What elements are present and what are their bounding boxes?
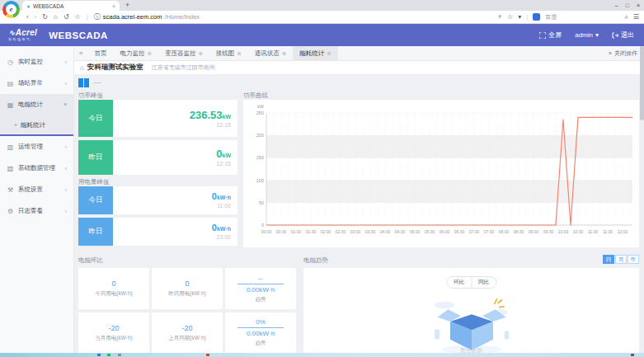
tab-wiring-diagram[interactable]: 接线图⊗	[209, 46, 248, 61]
sidebar-item-realtime-monitoring[interactable]: ◷ 实时监控 ‹	[0, 51, 73, 73]
range-day-button[interactable]: 日	[603, 255, 614, 264]
fullscreen-button[interactable]: 全屏	[539, 31, 562, 40]
tab-power-monitoring[interactable]: 电力监控⊗	[113, 46, 157, 61]
fullscreen-icon	[539, 32, 546, 39]
tab-close-icon[interactable]: ⊗	[237, 50, 241, 57]
tab-communication-status[interactable]: 通讯状态⊗	[248, 46, 293, 61]
sidebar-item-basic-data-management[interactable]: ▧ 基础数据管理 ‹	[0, 157, 73, 179]
taskbar-icon[interactable]	[631, 354, 634, 356]
tab-close-icon[interactable]: ⊗	[147, 50, 151, 57]
station-address: 江苏省无锡市江阴市南闸	[152, 63, 215, 72]
svg-text:08:30: 08:30	[514, 229, 524, 234]
power-peak-title: 功率峰值	[78, 92, 103, 100]
svg-text:03:30: 03:30	[365, 229, 376, 234]
sidebar-item-station-abnormal[interactable]: ▤ 场站异常 ‹	[0, 73, 73, 94]
compare-card-month: -20 当月用电(kW·h)	[78, 312, 149, 353]
taskbar-icon[interactable]	[118, 354, 121, 356]
svg-text:05:00: 05:00	[410, 229, 421, 234]
maximize-button[interactable]: □	[626, 2, 629, 8]
chevron-left-icon: ‹	[65, 166, 67, 171]
divider	[237, 327, 284, 328]
energy-peak-yesterday-card: 昨日 0kW·h 23:00	[78, 218, 237, 246]
history-icon[interactable]: ↺	[63, 13, 69, 21]
database-icon: ▧	[7, 165, 14, 172]
url-field[interactable]: ⓘ scada.acrel-eem.com/Home/Index	[94, 12, 200, 21]
refresh-icon[interactable]: ↻	[42, 13, 48, 21]
power-peak-today-card: 今日 236.53kW 12:15	[78, 100, 237, 137]
tab-close-icon[interactable]: ⊗	[198, 50, 202, 57]
power-peak-today-time: 12:15	[216, 122, 231, 128]
sidebar-item-energy-statistics[interactable]: ▦ 电能统计 ▾	[0, 94, 73, 115]
range-month-button[interactable]: 月	[615, 255, 627, 264]
logout-button[interactable]: 退出	[612, 31, 634, 40]
energy-peak-title: 用电量峰值	[78, 178, 110, 186]
energy-peak-today-value: 0kW·h	[212, 192, 231, 201]
compare-card-today: 0 今日用电(kW·h)	[78, 268, 149, 309]
minimize-button[interactable]: –	[615, 2, 618, 8]
chevron-down-icon[interactable]: ▾	[518, 13, 521, 21]
bookmark-site-icon[interactable]	[533, 13, 540, 21]
divider	[237, 284, 284, 284]
star-icon[interactable]: ☆	[507, 13, 513, 21]
legend-chain-compare[interactable]: 环比	[447, 277, 471, 288]
building-icon: ⌂	[80, 64, 84, 72]
tab-close-icon[interactable]: ⊗	[327, 50, 331, 57]
svg-text:02:00: 02:00	[321, 229, 331, 234]
svg-text:01:30: 01:30	[306, 229, 317, 234]
sidebar-item-system-settings[interactable]: ⚒ 系统设置 ‹	[0, 179, 73, 200]
tabs-collapse-icon[interactable]: «	[74, 49, 87, 57]
range-year-button[interactable]: 年	[628, 255, 639, 264]
browser-tab[interactable]: ∗ WEBSCADA ×	[22, 1, 120, 11]
menu-icon[interactable]: ☰	[633, 13, 639, 21]
taskbar-icon[interactable]	[107, 354, 110, 356]
chevron-down-icon: ▾	[63, 101, 67, 108]
tab-transformer-monitoring[interactable]: 变压器监控⊗	[158, 46, 209, 61]
chevron-left-icon: ‹	[65, 59, 67, 65]
tab-close-icon[interactable]: ×	[112, 3, 115, 9]
bookmark-label[interactable]: 百度	[545, 13, 557, 21]
svg-text:kW: kW	[257, 104, 265, 109]
svg-text:12:00: 12:00	[618, 229, 628, 234]
close-actions-button[interactable]: » 关闭操作	[609, 49, 644, 58]
home-icon[interactable]: ⌂	[54, 13, 58, 21]
forward-icon[interactable]: ›	[35, 13, 37, 21]
svg-text:150: 150	[256, 155, 264, 160]
search-icon[interactable]: ⌕	[624, 13, 628, 21]
svg-text:07:00: 07:00	[469, 229, 480, 234]
logo-mark-icon: ∿	[8, 28, 16, 37]
legend-year-on-year[interactable]: 同比	[471, 277, 496, 288]
chevron-left-icon: ‹	[65, 81, 67, 87]
sidebar-subitem-consumption-statistics[interactable]: + 能耗统计	[0, 115, 73, 134]
collapse-dash-button[interactable]: —	[93, 79, 101, 87]
app-title: WEBSCADA	[49, 31, 108, 40]
close-button[interactable]: ×	[637, 2, 640, 8]
power-peak-yesterday-time: 12:15	[216, 161, 231, 167]
scrollbar-thumb[interactable]	[640, 46, 644, 120]
user-caret-icon: ▾	[595, 31, 599, 39]
tab-consumption-statistics[interactable]: 能耗统计⊗	[293, 46, 337, 61]
user-menu[interactable]: admin ▾	[575, 31, 599, 39]
tab-close-icon[interactable]: ⊗	[282, 50, 286, 57]
divider: |	[87, 13, 88, 21]
new-tab-button[interactable]: +	[125, 1, 129, 9]
info-icon: ⓘ	[94, 12, 101, 21]
username: admin	[575, 31, 593, 39]
tab-home[interactable]: 首页	[87, 46, 113, 61]
windows-taskbar[interactable]	[0, 353, 644, 357]
back-icon[interactable]: ‹	[26, 13, 29, 21]
svg-text:10:30: 10:30	[573, 229, 584, 234]
svg-text:02:30: 02:30	[336, 229, 346, 234]
yesterday-badge: 昨日	[78, 218, 113, 246]
today-badge: 今日	[78, 100, 113, 137]
sidebar-group-energy-statistics: ▦ 电能统计 ▾ + 能耗统计	[0, 94, 73, 136]
page-scrollbar[interactable]	[640, 46, 644, 353]
bookmark-star-icon[interactable]: ☆	[75, 13, 81, 21]
svg-text:50: 50	[259, 200, 264, 205]
taskbar-icon[interactable]	[206, 354, 209, 356]
energy-trend-panel: 环比 同比 暂无数据	[303, 268, 639, 353]
sidebar-item-log-viewer[interactable]: ⚙ 日志查看 ‹	[0, 200, 73, 222]
gear-icon: ⚙	[7, 208, 14, 215]
taskbar-icon[interactable]	[97, 354, 101, 356]
sidebar-item-operation-management[interactable]: ▥ 运维管理 ‹	[0, 136, 73, 157]
flash-icon[interactable]: ⚡	[497, 13, 502, 21]
